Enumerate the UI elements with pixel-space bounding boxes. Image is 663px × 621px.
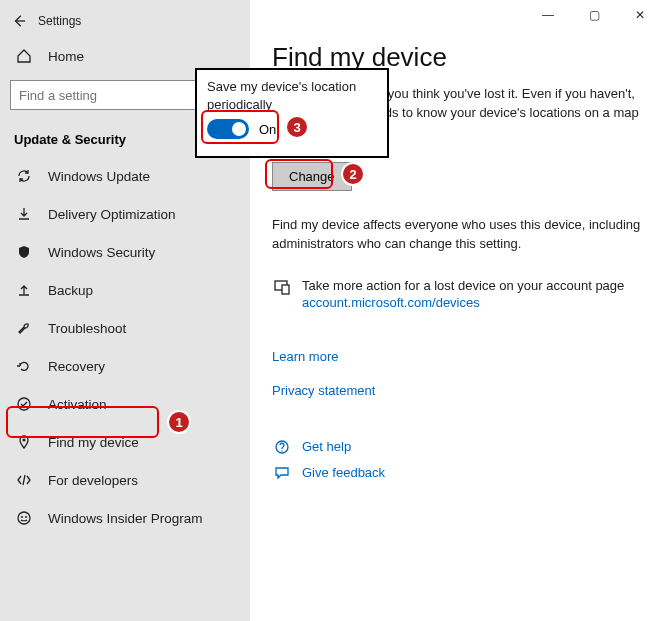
- back-arrow-icon: [12, 14, 26, 28]
- nav-label: Backup: [48, 283, 93, 298]
- window-controls: — ▢ ✕: [525, 0, 663, 30]
- upload-icon: [14, 282, 34, 298]
- home-label: Home: [48, 49, 84, 64]
- sidebar-item-backup[interactable]: Backup: [0, 271, 250, 309]
- maximize-button[interactable]: ▢: [571, 0, 617, 30]
- wrench-icon: [14, 320, 34, 336]
- sidebar-item-recovery[interactable]: Recovery: [0, 347, 250, 385]
- nav-label: Find my device: [48, 435, 139, 450]
- nav-label: Windows Security: [48, 245, 155, 260]
- account-devices-link[interactable]: account.microsoft.com/devices: [302, 295, 480, 310]
- svg-point-8: [281, 450, 282, 451]
- location-icon: [14, 434, 34, 450]
- sidebar-item-insider[interactable]: Windows Insider Program: [0, 499, 250, 537]
- learn-more-link[interactable]: Learn more: [272, 349, 338, 364]
- affects-text: Find my device affects everyone who uses…: [272, 215, 641, 254]
- help-icon: [272, 439, 292, 455]
- feedback-row[interactable]: Give feedback: [272, 465, 641, 481]
- toggle-label: On: [259, 122, 276, 137]
- svg-point-0: [18, 398, 30, 410]
- get-help-row[interactable]: Get help: [272, 439, 641, 455]
- sidebar-item-for-developers[interactable]: For developers: [0, 461, 250, 499]
- devices-icon: [272, 278, 292, 296]
- popup-title: Save my device's location periodically: [207, 78, 377, 113]
- titlebar: Settings: [0, 8, 250, 38]
- feedback-icon: [272, 465, 292, 481]
- nav-label: Activation: [48, 397, 107, 412]
- check-circle-icon: [14, 396, 34, 412]
- nav-label: Recovery: [48, 359, 105, 374]
- svg-point-2: [18, 512, 30, 524]
- sidebar-item-windows-security[interactable]: Windows Security: [0, 233, 250, 271]
- svg-rect-6: [282, 285, 289, 294]
- get-help-link[interactable]: Get help: [302, 439, 351, 454]
- svg-point-4: [25, 516, 27, 518]
- minimize-button[interactable]: —: [525, 0, 571, 30]
- close-button[interactable]: ✕: [617, 0, 663, 30]
- sidebar-item-windows-update[interactable]: Windows Update: [0, 157, 250, 195]
- svg-point-1: [23, 439, 26, 442]
- nav-label: Windows Update: [48, 169, 150, 184]
- nav-label: For developers: [48, 473, 138, 488]
- sidebar-item-delivery-optimization[interactable]: Delivery Optimization: [0, 195, 250, 233]
- location-popup: Save my device's location periodically O…: [195, 68, 389, 158]
- sidebar-item-find-my-device[interactable]: Find my device: [0, 423, 250, 461]
- sidebar-item-troubleshoot[interactable]: Troubleshoot: [0, 309, 250, 347]
- window-title: Settings: [38, 14, 81, 28]
- sidebar-item-activation[interactable]: Activation: [0, 385, 250, 423]
- developer-icon: [14, 472, 34, 488]
- account-action-text: Take more action for a lost device on yo…: [302, 278, 624, 293]
- download-icon: [14, 206, 34, 222]
- insider-icon: [14, 510, 34, 526]
- give-feedback-link[interactable]: Give feedback: [302, 465, 385, 480]
- nav-label: Delivery Optimization: [48, 207, 176, 222]
- nav-label: Troubleshoot: [48, 321, 126, 336]
- svg-point-3: [21, 516, 23, 518]
- sync-icon: [14, 168, 34, 184]
- privacy-link[interactable]: Privacy statement: [272, 383, 375, 398]
- location-toggle[interactable]: [207, 119, 249, 139]
- shield-icon: [14, 244, 34, 260]
- change-button[interactable]: Change: [272, 162, 352, 191]
- home-icon: [14, 48, 34, 64]
- recovery-icon: [14, 358, 34, 374]
- nav-label: Windows Insider Program: [48, 511, 203, 526]
- account-action-row: Take more action for a lost device on yo…: [272, 278, 641, 311]
- back-button[interactable]: [10, 12, 28, 30]
